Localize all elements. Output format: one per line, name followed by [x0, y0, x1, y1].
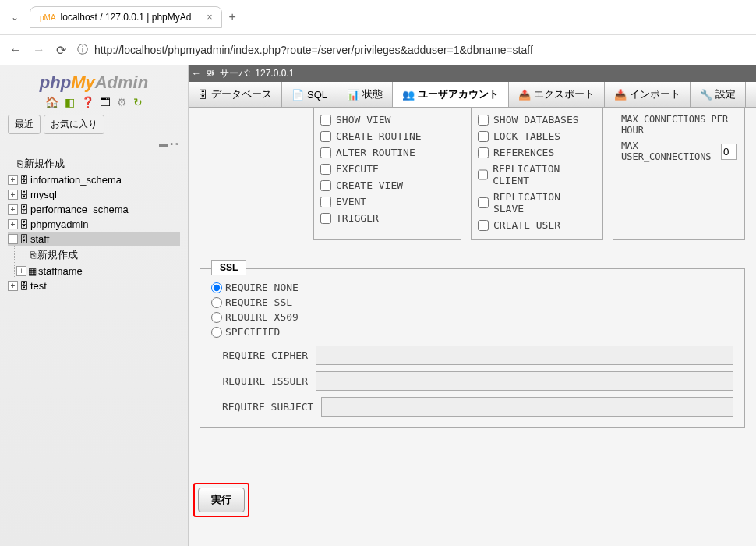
priv-check[interactable]: CREATE VIEW [320, 177, 454, 193]
tab-sql[interactable]: 📄SQL [282, 82, 337, 107]
priv-check[interactable]: ALTER ROUTINE [320, 144, 454, 161]
sql-icon: 📄 [291, 89, 304, 101]
require-cipher-input[interactable] [316, 346, 733, 365]
tab-database[interactable]: 🗄データベース [189, 82, 282, 107]
tree-db-staff[interactable]: −🗄staff [8, 232, 180, 246]
tab-list-chevron[interactable]: ⌄ [6, 12, 23, 23]
top-tabs: 🗄データベース 📄SQL 📊状態 👥ユーザアカウント 📤エクスポート 📥インポー… [189, 82, 756, 108]
close-icon[interactable]: × [207, 12, 212, 23]
tree-table-staffname[interactable]: +▦staffname [16, 264, 180, 278]
back-icon[interactable]: ← [9, 43, 22, 57]
tab-title: localhost / 127.0.0.1 | phpMyAd [61, 12, 192, 23]
tree-db[interactable]: +🗄test [8, 278, 180, 293]
priv-check[interactable]: SHOW VIEW [320, 112, 454, 128]
ssl-require-x509[interactable]: REQUIRE X509 [211, 310, 733, 324]
priv-check[interactable]: REPLICATION CLIENT [478, 161, 596, 189]
tree-new-table[interactable]: ⎘新規作成 [16, 246, 180, 264]
server-label: サーバ: [220, 67, 250, 80]
new-tab-button[interactable]: + [228, 10, 235, 24]
tab-status[interactable]: 📊状態 [337, 82, 393, 107]
sql-icon[interactable]: 🗔 [100, 96, 111, 108]
priv-check[interactable]: CREATE USER [478, 217, 596, 233]
home-icon[interactable]: 🏠 [45, 96, 58, 108]
priv-check[interactable]: TRIGGER [320, 210, 454, 226]
db-icon: 🗄 [19, 190, 29, 200]
priv-check[interactable]: EVENT [320, 193, 454, 210]
import-icon: 📥 [614, 89, 627, 101]
tree-collapse-controls[interactable]: ▬ ⊷ [3, 136, 185, 152]
tree-new[interactable]: ⎘新規作成 [8, 155, 180, 172]
table-icon: ▦ [28, 266, 37, 277]
require-subject-label: REQUIRE SUBJECT [222, 401, 313, 413]
ssl-require-ssl[interactable]: REQUIRE SSL [211, 295, 733, 310]
url-field[interactable]: ⓘ http://localhost/phpmyadmin/index.php?… [77, 43, 747, 57]
ssl-require-none[interactable]: REQUIRE NONE [211, 280, 733, 295]
ssl-fieldset: SSL REQUIRE NONE REQUIRE SSL REQUIRE X50… [200, 268, 745, 428]
browser-tab-strip: ⌄ pMA localhost / 127.0.0.1 | phpMyAd × … [0, 0, 756, 35]
db-icon: 🗄 [198, 89, 208, 101]
require-issuer-label: REQUIRE ISSUER [222, 375, 308, 387]
priv-check[interactable]: EXECUTE [320, 161, 454, 177]
expand-icon[interactable]: + [8, 281, 18, 291]
privileges-area: SHOW VIEW CREATE ROUTINE ALTER ROUTINE E… [189, 108, 756, 240]
tab-settings[interactable]: 🔧設定 [691, 82, 746, 107]
require-cipher-label: REQUIRE CIPHER [222, 349, 308, 361]
collapse-icon[interactable]: − [8, 234, 18, 244]
export-icon: 📤 [518, 89, 531, 101]
logout-icon[interactable]: ◧ [65, 96, 75, 108]
db-icon: 🗄 [19, 175, 29, 186]
require-subject-input[interactable] [321, 397, 733, 417]
submit-row: 実行 [189, 475, 756, 546]
tab-export[interactable]: 📤エクスポート [509, 82, 605, 107]
reload-tree-icon[interactable]: ↻ [133, 96, 143, 108]
favorites-tab[interactable]: お気に入り [44, 115, 104, 134]
max-user-conn-input[interactable] [721, 144, 737, 160]
ssl-legend: SSL [211, 260, 246, 275]
expand-icon[interactable]: + [8, 219, 18, 229]
priv-check[interactable]: REFERENCES [478, 144, 596, 161]
server-icon: 🖳 [206, 68, 215, 79]
forward-icon[interactable]: → [33, 43, 45, 57]
tree-db[interactable]: +🗄phpmyadmin [8, 217, 180, 232]
tree-db[interactable]: +🗄information_schema [8, 172, 180, 187]
docs-icon[interactable]: ❓ [81, 96, 94, 108]
priv-admin-box: SHOW DATABASES LOCK TABLES REFERENCES RE… [471, 108, 603, 240]
ssl-specified[interactable]: SPECIFIED [211, 324, 733, 339]
db-icon: 🗄 [19, 204, 29, 215]
status-icon: 📊 [347, 89, 359, 101]
exec-highlight: 実行 [193, 483, 249, 517]
priv-check[interactable]: LOCK TABLES [478, 128, 596, 144]
priv-check[interactable]: SHOW DATABASES [478, 112, 596, 128]
priv-structure-box: SHOW VIEW CREATE ROUTINE ALTER ROUTINE E… [313, 108, 461, 240]
db-icon: 🗄 [19, 234, 29, 245]
server-host: 127.0.0.1 [255, 68, 294, 79]
expand-icon[interactable]: + [8, 175, 18, 185]
main-panel: ← 🖳 サーバ: 127.0.0.1 🗄データベース 📄SQL 📊状態 👥ユーザ… [189, 65, 756, 546]
expand-icon[interactable]: + [16, 266, 26, 276]
priv-check[interactable]: REPLICATION SLAVE [478, 189, 596, 217]
address-bar: ← → ⟳ ⓘ http://localhost/phpmyadmin/inde… [0, 35, 756, 65]
info-icon: ⓘ [77, 43, 88, 57]
db-tree: ⎘新規作成 +🗄information_schema +🗄mysql +🗄per… [3, 152, 185, 296]
expand-icon[interactable]: + [8, 204, 18, 214]
browser-tab[interactable]: pMA localhost / 127.0.0.1 | phpMyAd × [30, 6, 222, 28]
gear-icon[interactable]: ⚙ [117, 96, 127, 108]
execute-button[interactable]: 実行 [198, 488, 245, 512]
user-icon: 👥 [402, 89, 415, 101]
tab-accounts[interactable]: 👥ユーザアカウント [393, 82, 509, 107]
back-arrow-icon[interactable]: ← [192, 68, 201, 79]
require-issuer-input[interactable] [316, 371, 733, 391]
server-bar: ← 🖳 サーバ: 127.0.0.1 [189, 65, 756, 82]
tree-db[interactable]: +🗄mysql [8, 187, 180, 202]
pma-favicon: pMA [40, 13, 56, 22]
url-text: http://localhost/phpmyadmin/index.php?ro… [94, 44, 533, 56]
reload-icon[interactable]: ⟳ [56, 43, 66, 58]
priv-check[interactable]: CREATE ROUTINE [320, 128, 454, 144]
tree-db[interactable]: +🗄performance_schema [8, 202, 180, 217]
tab-import[interactable]: 📥インポート [605, 82, 691, 107]
expand-icon[interactable]: + [8, 190, 18, 200]
db-icon: 🗄 [19, 281, 29, 292]
limit-label: MAX CONNECTIONS PER HOUR [621, 114, 737, 136]
pma-logo: phpMyAdmin [3, 69, 185, 94]
recent-tab[interactable]: 最近 [8, 115, 41, 134]
